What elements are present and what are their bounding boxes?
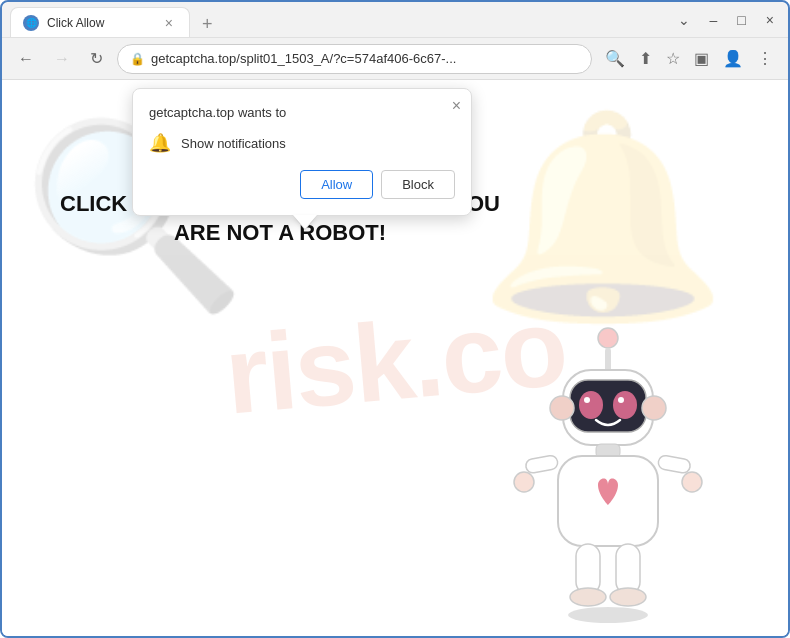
profile-icon[interactable]: 👤 <box>718 45 748 72</box>
svg-point-15 <box>682 472 702 492</box>
nav-bar: ← → ↻ 🔒 getcaptcha.top/split01_1503_A/?c… <box>2 38 788 80</box>
svg-point-6 <box>584 397 590 403</box>
address-bar[interactable]: 🔒 getcaptcha.top/split01_1503_A/?c=574af… <box>117 44 592 74</box>
minimize-button[interactable]: – <box>704 10 724 30</box>
wm-bell-icon: 🔔 <box>478 100 728 335</box>
nav-icons: 🔍 ⬆ ☆ ▣ 👤 ⋮ <box>600 45 778 72</box>
tablet-mode-icon[interactable]: ▣ <box>689 45 714 72</box>
tab-close-button[interactable]: × <box>161 13 177 33</box>
svg-point-9 <box>642 396 666 420</box>
svg-rect-14 <box>657 455 691 474</box>
forward-button: → <box>48 46 76 72</box>
svg-rect-17 <box>616 544 640 594</box>
url-text: getcaptcha.top/split01_1503_A/?c=574af40… <box>151 51 579 66</box>
block-button[interactable]: Block <box>381 170 455 199</box>
svg-point-18 <box>570 588 606 606</box>
back-button[interactable]: ← <box>12 46 40 72</box>
svg-point-19 <box>610 588 646 606</box>
svg-point-20 <box>568 607 648 623</box>
reload-button[interactable]: ↻ <box>84 45 109 72</box>
popup-close-button[interactable]: × <box>452 97 461 115</box>
tab-title: Click Allow <box>47 16 153 30</box>
svg-rect-16 <box>576 544 600 594</box>
popup-site-text: getcaptcha.top wants to <box>149 105 455 120</box>
svg-rect-1 <box>605 348 611 372</box>
new-tab-button[interactable]: + <box>196 12 219 37</box>
popup-notification-row: 🔔 Show notifications <box>149 132 455 154</box>
bookmark-icon[interactable]: ☆ <box>661 45 685 72</box>
popup-bell-icon: 🔔 <box>149 132 171 154</box>
tab-favicon: 🌐 <box>23 15 39 31</box>
svg-rect-12 <box>525 455 559 474</box>
tab-area: 🌐 Click Allow × + <box>10 2 672 37</box>
window-menu-button[interactable]: ⌄ <box>672 10 696 30</box>
menu-icon[interactable]: ⋮ <box>752 45 778 72</box>
robot-illustration <box>488 320 728 620</box>
browser-tab[interactable]: 🌐 Click Allow × <box>10 7 190 37</box>
svg-point-4 <box>579 391 603 419</box>
svg-point-8 <box>550 396 574 420</box>
svg-point-0 <box>598 328 618 348</box>
title-bar: 🌐 Click Allow × + ⌄ – □ × <box>2 2 788 38</box>
page-content: 🔍 risk.co 🔔 × getcaptcha.top wants to 🔔 … <box>2 80 788 638</box>
svg-point-13 <box>514 472 534 492</box>
close-window-button[interactable]: × <box>760 10 780 30</box>
share-icon[interactable]: ⬆ <box>634 45 657 72</box>
window-controls: ⌄ – □ × <box>672 10 780 30</box>
svg-point-5 <box>613 391 637 419</box>
svg-point-7 <box>618 397 624 403</box>
search-icon[interactable]: 🔍 <box>600 45 630 72</box>
popup-buttons: Allow Block <box>149 170 455 199</box>
allow-button[interactable]: Allow <box>300 170 373 199</box>
popup-tail <box>293 215 317 229</box>
lock-icon: 🔒 <box>130 52 145 66</box>
popup-notification-text: Show notifications <box>181 136 286 151</box>
notification-popup: × getcaptcha.top wants to 🔔 Show notific… <box>132 88 472 216</box>
maximize-button[interactable]: □ <box>731 10 751 30</box>
